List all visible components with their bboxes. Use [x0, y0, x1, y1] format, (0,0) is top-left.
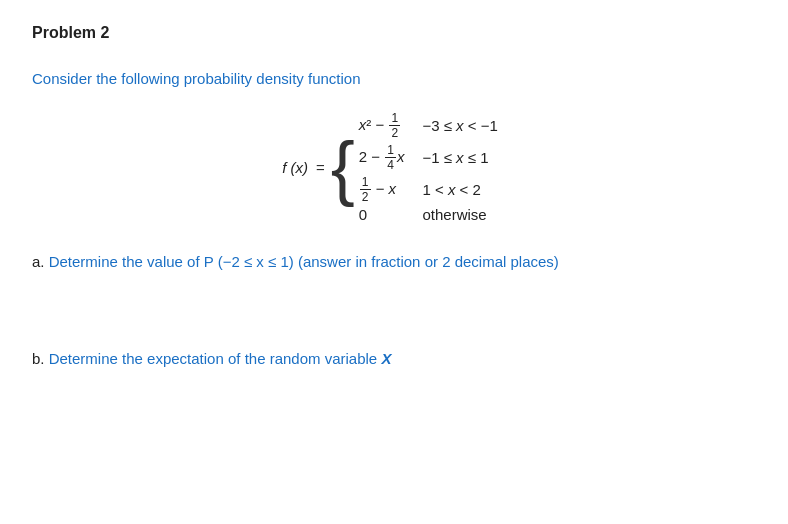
question-b: b. Determine the expectation of the rand… — [32, 350, 756, 367]
question-b-label: b. — [32, 350, 45, 367]
problem-intro: Consider the following probability densi… — [32, 70, 756, 87]
case-expr-1: x² − 12 — [359, 111, 423, 141]
cases-table: x² − 12 −3 ≤ x < −1 2 − 14x −1 ≤ x ≤ 1 1… — [359, 109, 498, 225]
problem-title: Problem 2 — [32, 24, 756, 42]
question-a-label: a. — [32, 253, 45, 270]
case-cond-2: −1 ≤ x ≤ 1 — [422, 143, 497, 173]
question-a-text: Determine the value of P (−2 ≤ x ≤ 1) (a… — [49, 253, 559, 270]
case-row-1: x² − 12 −3 ≤ x < −1 — [359, 111, 498, 141]
case-expr-4: 0 — [359, 206, 423, 223]
piecewise-container: f (x) = { x² − 12 −3 ≤ x < −1 2 − 14x −1… — [32, 109, 756, 225]
left-brace: { — [331, 109, 355, 225]
case-expr-3: 12 − x — [359, 175, 423, 205]
case-row-3: 12 − x 1 < x < 2 — [359, 175, 498, 205]
question-a: a. Determine the value of P (−2 ≤ x ≤ 1)… — [32, 253, 756, 270]
function-label: f (x) — [282, 159, 308, 176]
question-b-text: Determine the expectation of the random … — [49, 350, 392, 367]
brace-wrapper: { x² − 12 −3 ≤ x < −1 2 − 14x −1 ≤ x ≤ 1… — [331, 109, 498, 225]
case-cond-1: −3 ≤ x < −1 — [422, 111, 497, 141]
case-cond-3: 1 < x < 2 — [422, 175, 497, 205]
case-row-2: 2 − 14x −1 ≤ x ≤ 1 — [359, 143, 498, 173]
equals-sign: = — [316, 159, 325, 176]
case-row-4: 0 otherwise — [359, 206, 498, 223]
case-cond-4: otherwise — [422, 206, 497, 223]
case-expr-2: 2 − 14x — [359, 143, 423, 173]
